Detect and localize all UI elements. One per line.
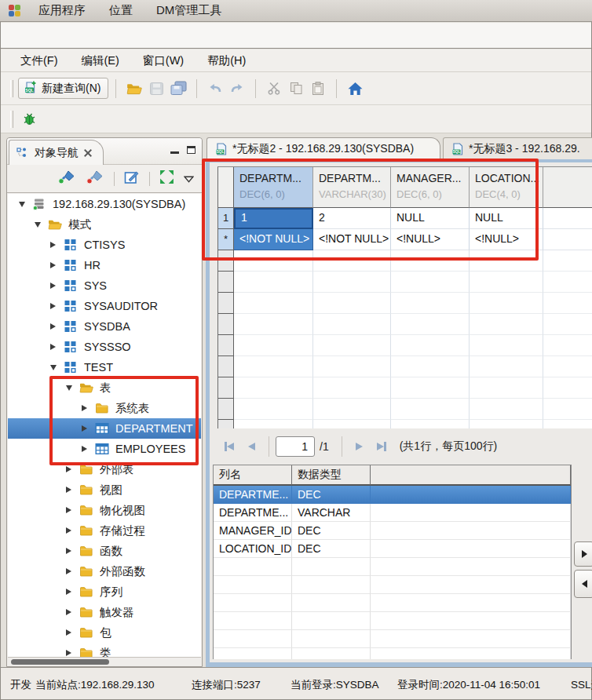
expand-arrow-icon[interactable] [50, 262, 60, 268]
paste-button[interactable] [307, 78, 329, 100]
grid-cell[interactable]: 1 [234, 208, 313, 229]
minimize-panel-icon[interactable] [170, 151, 179, 154]
grid-cell[interactable]: <!NULL> [391, 229, 470, 250]
expand-arrow-icon[interactable] [66, 589, 76, 595]
collapse-arrow-icon[interactable] [19, 202, 29, 207]
expand-arrow-icon[interactable] [66, 650, 76, 656]
tree-item-HR[interactable]: HR [8, 255, 201, 275]
columns-row[interactable]: DEPARTME...VARCHAR [214, 504, 571, 522]
tree-item-类[interactable]: 类 [8, 643, 201, 657]
tree-horizontal-scrollbar[interactable] [8, 657, 201, 666]
grid-cell[interactable]: NULL [391, 208, 470, 229]
page-input[interactable] [276, 436, 315, 457]
columns-header[interactable]: 数据类型 [292, 465, 371, 486]
expand-arrow-icon[interactable] [50, 323, 60, 330]
grid-cell[interactable]: NULL [470, 208, 543, 229]
grid-cell[interactable]: <!NOT NULL> [313, 229, 391, 250]
last-page-button[interactable] [377, 442, 386, 451]
columns-row[interactable]: MANAGER_IDDEC [214, 522, 571, 540]
menu-edit[interactable]: 编辑(E) [70, 50, 131, 71]
tree-item-TEST[interactable]: TEST [8, 357, 201, 377]
tree-item-存储过程[interactable]: 存储过程 [8, 520, 201, 541]
expand-arrow-icon[interactable] [50, 242, 60, 248]
toolbar-grip[interactable] [10, 111, 13, 128]
previous-page-button[interactable] [248, 443, 255, 450]
tree-item-SYS[interactable]: SYS [8, 275, 201, 296]
expand-arrow-icon[interactable] [82, 446, 92, 452]
menu-window[interactable]: 窗口(W) [131, 50, 196, 71]
expand-arrow-icon[interactable] [82, 425, 92, 432]
maximize-panel-icon[interactable] [187, 146, 196, 154]
tree-item-模式[interactable]: 模式 [8, 214, 201, 235]
collapse-arrow-icon[interactable] [50, 365, 60, 370]
next-page-button[interactable] [356, 443, 363, 450]
collapse-arrow-icon[interactable] [35, 222, 45, 228]
expand-arrow-icon[interactable] [66, 548, 76, 554]
grid-column-header[interactable]: DEPARTM...DEC(6, 0) [234, 167, 313, 208]
expand-arrow-icon[interactable] [82, 405, 92, 411]
expand-arrow-icon[interactable] [66, 629, 76, 636]
grid-cell[interactable]: <!NULL> [470, 229, 543, 250]
tab-untitled3[interactable]: SQL *无标题3 - 192.168.29. [443, 137, 592, 159]
collapse-left-button[interactable] [574, 570, 592, 598]
applications-menu-icon[interactable] [8, 4, 21, 17]
expand-arrow-icon[interactable] [66, 466, 76, 472]
expand-right-button[interactable] [574, 541, 592, 567]
home-button[interactable] [344, 78, 366, 100]
grid-row-header[interactable]: * [218, 229, 234, 250]
tree-item-SYSSSO[interactable]: SYSSSO [8, 337, 201, 357]
columns-row[interactable]: LOCATION_IDDEC [214, 540, 571, 558]
new-query-button[interactable]: SQL 新建查询(N) [18, 78, 108, 99]
expand-arrow-icon[interactable] [50, 344, 60, 350]
save-all-button[interactable] [167, 78, 189, 100]
first-page-button[interactable] [225, 442, 234, 451]
grid-column-header[interactable]: LOCATION...DEC(4, 0) [470, 167, 543, 208]
menu-help[interactable]: 帮助(H) [196, 50, 258, 71]
scrollbar-thumb[interactable] [11, 659, 109, 665]
save-button[interactable] [145, 78, 167, 100]
expand-arrow-icon[interactable] [50, 303, 60, 309]
close-tab-icon[interactable] [84, 149, 92, 157]
desktop-menu-applications[interactable]: 应用程序 [38, 3, 86, 18]
tree-item-函数[interactable]: 函数 [8, 541, 201, 561]
collapse-arrow-icon[interactable] [66, 385, 76, 391]
grid-row-header[interactable]: 1 [218, 208, 234, 229]
desktop-menu-places[interactable]: 位置 [109, 3, 133, 18]
tree-item-SYSAUDITOR[interactable]: SYSAUDITOR [8, 296, 201, 316]
grid-column-header[interactable]: MANAGER...DEC(6, 0) [391, 167, 470, 208]
tree-item-DEPARTMENT[interactable]: DEPARTMENT [8, 418, 201, 439]
tree-item-系统表[interactable]: 系统表 [8, 398, 201, 418]
tree-item-192.168.29.130(SYSDBA)[interactable]: 192.168.29.130(SYSDBA) [8, 194, 201, 214]
edit-button[interactable] [124, 170, 140, 188]
menu-file[interactable]: 文件(F) [9, 50, 70, 71]
disconnect-button[interactable] [86, 170, 104, 188]
tree-item-外部函数[interactable]: 外部函数 [8, 561, 201, 582]
tree-item-视图[interactable]: 视图 [8, 479, 201, 500]
tree-item-物化视图[interactable]: 物化视图 [8, 500, 201, 520]
expand-all-button[interactable] [159, 170, 174, 188]
expand-arrow-icon[interactable] [66, 609, 76, 615]
copy-button[interactable] [285, 78, 307, 100]
grid-column-header[interactable]: DEPARTM...VARCHAR(30) [313, 167, 391, 208]
expand-arrow-icon[interactable] [66, 568, 76, 574]
expand-arrow-icon[interactable] [66, 507, 76, 513]
columns-row[interactable]: DEPARTME...DEC [214, 486, 571, 504]
expand-arrow-icon[interactable] [66, 487, 76, 493]
tree-item-序列[interactable]: 序列 [8, 582, 201, 602]
redo-button[interactable] [226, 78, 248, 100]
tab-untitled2[interactable]: SQL *无标题2 - 192.168.29.130(SYSDBA) [206, 137, 440, 159]
columns-header[interactable]: 列名 [214, 465, 292, 486]
view-menu-button[interactable] [184, 172, 194, 186]
desktop-menu-app-title[interactable]: DM管理工具 [156, 3, 221, 18]
tree-item-EMPLOYEES[interactable]: EMPLOYEES [8, 439, 201, 459]
expand-arrow-icon[interactable] [50, 283, 60, 289]
tab-object-navigator[interactable]: 对象导航 [9, 140, 104, 165]
undo-button[interactable] [204, 78, 226, 100]
cut-button[interactable] [263, 78, 285, 100]
tree-item-外部表[interactable]: 外部表 [8, 459, 201, 479]
connect-button[interactable] [57, 170, 76, 188]
grid-cell[interactable]: 2 [313, 208, 391, 229]
debug-button[interactable] [18, 108, 40, 130]
open-file-button[interactable] [123, 78, 145, 100]
tree-item-触发器[interactable]: 触发器 [8, 602, 201, 622]
